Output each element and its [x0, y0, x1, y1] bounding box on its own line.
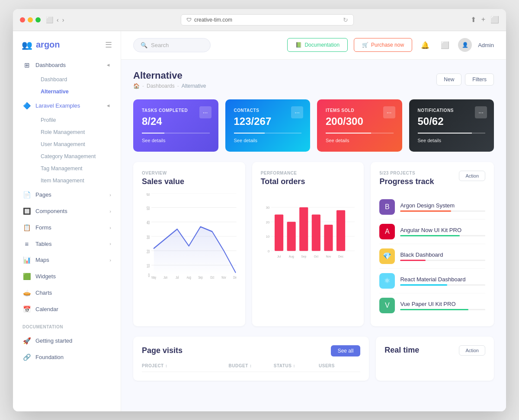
components-icon: 🔲 — [22, 207, 31, 215]
reload-icon[interactable]: ↻ — [343, 16, 348, 23]
progress-track-card: 5/23 PROJECTS Progress track Action B Ar… — [371, 162, 494, 326]
svg-text:50: 50 — [147, 206, 150, 211]
see-all-button[interactable]: See all — [331, 345, 361, 356]
stat-card-tasks: ··· TASKS COMPLETED 8/24 See details — [133, 99, 218, 152]
sidebar-item-forms[interactable]: 📋 Forms › — [17, 220, 116, 236]
browser-controls: ⬜ ‹ › — [46, 16, 64, 23]
sidebar-item-item[interactable]: Item Management — [35, 175, 116, 187]
svg-text:Sep: Sep — [198, 275, 202, 279]
browser-actions: ⬆ + ⬜ — [471, 16, 499, 24]
svg-text:Nov: Nov — [326, 255, 331, 258]
copy-icon[interactable]: ⬜ — [438, 38, 452, 52]
sidebar-nav: ⊞ Dashboards ▼ Dashboard Alternative 🔷 L… — [13, 57, 121, 366]
new-button[interactable]: New — [436, 73, 461, 86]
maximize-dot[interactable] — [35, 17, 41, 22]
svg-text:May: May — [151, 275, 156, 279]
filters-button[interactable]: Filters — [465, 73, 494, 86]
sidebar-item-dashboard[interactable]: Dashboard — [35, 73, 116, 86]
sidebar-item-alternative[interactable]: Alternative — [35, 86, 116, 98]
maps-icon: 📊 — [22, 256, 31, 264]
sidebar-toggle-icon[interactable]: ⬜ — [46, 16, 53, 23]
sidebar-item-profile[interactable]: Profile — [35, 114, 116, 126]
sidebar-item-pages[interactable]: 📄 Pages › — [17, 187, 116, 203]
svg-rect-35 — [336, 210, 345, 251]
progress-title: Progress track — [379, 177, 434, 186]
svg-text:Oct: Oct — [314, 255, 318, 258]
stat-link-contacts[interactable]: See details — [234, 138, 302, 143]
realtime-action-button[interactable]: Action — [459, 345, 485, 356]
svg-text:60: 60 — [147, 193, 150, 197]
page-visits-title: Page visits — [142, 346, 183, 355]
breadcrumb-current: Alternative — [182, 83, 206, 89]
avatar[interactable]: 👤 — [458, 38, 472, 52]
stat-link-items[interactable]: See details — [326, 138, 394, 143]
svg-rect-31 — [287, 222, 295, 251]
chevron-right-icon: › — [109, 241, 111, 246]
minimize-dot[interactable] — [28, 17, 33, 22]
purchase-button[interactable]: 🛒 Purchase now — [354, 38, 412, 52]
stat-label-tasks: TASKS COMPLETED — [142, 108, 210, 113]
sidebar-item-charts[interactable]: 🥧 Charts — [17, 285, 116, 301]
sidebar-item-components[interactable]: 🔲 Components › — [17, 203, 116, 220]
project-name-argon: Argon Design System — [400, 202, 485, 209]
header-actions: 📗 Documentation 🛒 Purchase now 🔔 ⬜ 👤 Adm… — [287, 38, 494, 52]
stat-link-notifications[interactable]: See details — [418, 138, 486, 143]
table-headers: PROJECT ↕ BUDGET ↕ STATUS ↕ USERS — [142, 363, 360, 372]
back-icon[interactable]: ‹ — [57, 16, 59, 23]
svg-text:Aug: Aug — [288, 255, 294, 258]
stat-label-contacts: CONTACTS — [234, 108, 302, 113]
stat-card-notifications: ··· NOTIFICATIONS 50/62 See details — [409, 99, 494, 152]
sidebar-item-maps[interactable]: 📊 Maps › — [17, 252, 116, 268]
hamburger-icon[interactable]: ☰ — [105, 40, 112, 50]
sidebar-item-laravel[interactable]: 🔷 Laravel Examples ▼ — [17, 98, 116, 114]
sidebar-item-widgets[interactable]: 🟩 Widgets — [17, 268, 116, 285]
search-icon: 🔍 — [141, 42, 147, 48]
admin-label[interactable]: Admin — [478, 42, 494, 48]
sales-overview-label: OVERVIEW — [142, 171, 237, 175]
svg-text:Dec: Dec — [233, 275, 236, 279]
notification-icon[interactable]: 🔔 — [418, 38, 432, 52]
sidebar-item-category[interactable]: Category Management — [35, 150, 116, 162]
close-dot[interactable] — [20, 17, 25, 22]
svg-text:Dec: Dec — [338, 255, 344, 258]
orders-chart-area: 30 20 10 0 — [261, 193, 356, 280]
sidebar-item-getting-started[interactable]: 🚀 Getting started — [17, 333, 116, 349]
page-actions: New Filters — [436, 73, 494, 86]
project-bar-fill-angular — [400, 235, 460, 236]
sidebar-item-calendar[interactable]: 📅 Calendar — [17, 301, 116, 318]
project-bar-react — [400, 284, 485, 286]
browser-url-bar[interactable]: 🛡 creative-tim.com ↻ — [181, 14, 354, 25]
sidebar-item-foundation[interactable]: 🔗 Foundation — [17, 349, 116, 366]
project-name-angular: Angular Now UI Kit PRO — [400, 227, 485, 233]
new-tab-icon[interactable]: + — [481, 16, 485, 24]
widgets-icon: 🟩 — [22, 273, 31, 280]
stat-link-tasks[interactable]: See details — [142, 138, 210, 143]
orders-perf-label: PERFORMANCE — [261, 171, 356, 175]
share-icon[interactable]: ⬆ — [471, 16, 476, 24]
window-icon[interactable]: ⬜ — [490, 16, 499, 24]
sidebar-item-dashboards[interactable]: ⊞ Dashboards ▼ — [17, 57, 116, 73]
stat-label-items: ITEMS SOLD — [326, 108, 394, 113]
sidebar: 👥 argon ☰ ⊞ Dashboards ▼ Dashboard Alter… — [13, 31, 121, 411]
sidebar-item-tag[interactable]: Tag Management — [35, 162, 116, 175]
sidebar-item-user[interactable]: User Management — [35, 138, 116, 150]
progress-action-button[interactable]: Action — [459, 171, 485, 181]
svg-text:10: 10 — [266, 235, 269, 239]
sidebar-item-role[interactable]: Role Management — [35, 126, 116, 138]
project-info-react: React Material Dashboard — [400, 276, 485, 286]
svg-text:0: 0 — [148, 273, 150, 278]
page-visits-card: Page visits See all PROJECT ↕ BUDGET ↕ S… — [133, 337, 369, 381]
forward-icon[interactable]: › — [62, 16, 64, 23]
project-name-react: React Material Dashboard — [400, 276, 485, 283]
stat-label-notifications: NOTIFICATIONS — [418, 108, 486, 113]
dashboards-submenu: Dashboard Alternative — [17, 73, 116, 98]
breadcrumb-dashboards[interactable]: Dashboards — [147, 83, 175, 89]
project-icon-vue: V — [379, 298, 395, 313]
doc-icon: 📗 — [295, 42, 302, 48]
rocket-icon: 🚀 — [22, 337, 31, 345]
project-bar-fill-argon — [400, 210, 451, 212]
sales-line-chart: 60 50 40 30 20 10 0 — [142, 193, 237, 280]
sidebar-item-tables[interactable]: ≡ Tables › — [17, 236, 116, 252]
documentation-button[interactable]: 📗 Documentation — [287, 38, 348, 52]
search-input[interactable]: 🔍 Search — [133, 38, 211, 52]
